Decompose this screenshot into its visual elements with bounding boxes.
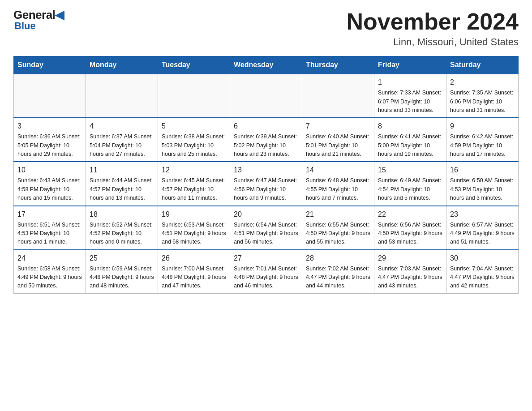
day-number: 29 [378,253,442,264]
week-row: 1Sunrise: 7:33 AM Sunset: 6:07 PM Daylig… [14,74,519,118]
day-number: 6 [234,121,298,132]
day-number: 8 [378,121,442,132]
day-info: Sunrise: 6:39 AM Sunset: 5:02 PM Dayligh… [234,133,298,158]
day-number: 22 [378,209,442,220]
day-info: Sunrise: 7:02 AM Sunset: 4:47 PM Dayligh… [306,265,370,291]
calendar-cell: 24Sunrise: 6:58 AM Sunset: 4:49 PM Dayli… [14,250,86,294]
calendar-cell: 15Sunrise: 6:49 AM Sunset: 4:54 PM Dayli… [374,162,446,206]
calendar-cell [14,74,86,118]
day-number: 27 [234,253,298,264]
calendar-cell: 22Sunrise: 6:56 AM Sunset: 4:50 PM Dayli… [374,206,446,250]
calendar-cell [86,74,158,118]
calendar-cell: 8Sunrise: 6:41 AM Sunset: 5:00 PM Daylig… [374,118,446,162]
day-number: 26 [162,253,226,264]
day-number: 3 [17,121,82,132]
day-number: 25 [90,253,154,264]
day-info: Sunrise: 6:50 AM Sunset: 4:53 PM Dayligh… [450,176,515,202]
calendar-cell: 20Sunrise: 6:54 AM Sunset: 4:51 PM Dayli… [230,206,302,250]
calendar-cell [302,74,374,118]
day-number: 9 [450,121,515,132]
day-info: Sunrise: 6:42 AM Sunset: 4:59 PM Dayligh… [450,133,515,158]
header-row: SundayMondayTuesdayWednesdayThursdayFrid… [14,56,519,74]
week-row: 10Sunrise: 6:43 AM Sunset: 4:58 PM Dayli… [14,162,519,206]
day-number: 13 [234,165,298,176]
day-info: Sunrise: 6:53 AM Sunset: 4:51 PM Dayligh… [162,221,226,247]
day-info: Sunrise: 6:41 AM Sunset: 5:00 PM Dayligh… [378,133,442,158]
week-row: 24Sunrise: 6:58 AM Sunset: 4:49 PM Dayli… [14,250,519,294]
day-info: Sunrise: 6:44 AM Sunset: 4:57 PM Dayligh… [90,176,154,202]
day-number: 15 [378,165,442,176]
day-info: Sunrise: 6:37 AM Sunset: 5:04 PM Dayligh… [90,133,154,158]
week-row: 17Sunrise: 6:51 AM Sunset: 4:53 PM Dayli… [14,206,519,250]
day-of-week-header: Wednesday [230,56,302,74]
day-number: 11 [90,165,154,176]
day-number: 1 [378,77,442,88]
page-header: General◀ Blue November 2024 Linn, Missou… [13,9,519,48]
day-info: Sunrise: 6:38 AM Sunset: 5:03 PM Dayligh… [162,133,226,158]
day-number: 14 [306,165,370,176]
day-number: 4 [90,121,154,132]
day-number: 5 [162,121,226,132]
calendar-cell: 25Sunrise: 6:59 AM Sunset: 4:48 PM Dayli… [86,250,158,294]
calendar-cell: 1Sunrise: 7:33 AM Sunset: 6:07 PM Daylig… [374,74,446,118]
calendar-table: SundayMondayTuesdayWednesdayThursdayFrid… [13,56,519,294]
calendar-cell: 6Sunrise: 6:39 AM Sunset: 5:02 PM Daylig… [230,118,302,162]
day-info: Sunrise: 6:49 AM Sunset: 4:54 PM Dayligh… [378,176,442,202]
day-number: 21 [306,209,370,220]
day-number: 12 [162,165,226,176]
day-info: Sunrise: 6:56 AM Sunset: 4:50 PM Dayligh… [378,221,442,247]
day-of-week-header: Saturday [446,56,519,74]
day-of-week-header: Sunday [14,56,86,74]
calendar-cell: 23Sunrise: 6:57 AM Sunset: 4:49 PM Dayli… [446,206,519,250]
logo-triangle-icon: ◀ [55,8,64,21]
day-number: 17 [17,209,82,220]
calendar-cell: 30Sunrise: 7:04 AM Sunset: 4:47 PM Dayli… [446,250,519,294]
calendar-cell: 5Sunrise: 6:38 AM Sunset: 5:03 PM Daylig… [158,118,230,162]
day-info: Sunrise: 6:52 AM Sunset: 4:52 PM Dayligh… [90,221,154,247]
calendar-cell: 17Sunrise: 6:51 AM Sunset: 4:53 PM Dayli… [14,206,86,250]
day-info: Sunrise: 6:40 AM Sunset: 5:01 PM Dayligh… [306,133,370,158]
day-number: 2 [450,77,515,88]
calendar-cell: 19Sunrise: 6:53 AM Sunset: 4:51 PM Dayli… [158,206,230,250]
calendar-cell: 16Sunrise: 6:50 AM Sunset: 4:53 PM Dayli… [446,162,519,206]
calendar-cell: 14Sunrise: 6:48 AM Sunset: 4:55 PM Dayli… [302,162,374,206]
day-of-week-header: Friday [374,56,446,74]
day-number: 30 [450,253,515,264]
calendar-cell [158,74,230,118]
month-year-title: November 2024 [347,9,519,34]
calendar-cell: 9Sunrise: 6:42 AM Sunset: 4:59 PM Daylig… [446,118,519,162]
calendar-cell: 21Sunrise: 6:55 AM Sunset: 4:50 PM Dayli… [302,206,374,250]
day-number: 18 [90,209,154,220]
calendar-cell: 13Sunrise: 6:47 AM Sunset: 4:56 PM Dayli… [230,162,302,206]
day-info: Sunrise: 7:33 AM Sunset: 6:07 PM Dayligh… [378,89,442,115]
logo-top: General◀ [13,9,64,21]
logo-bottom: Blue [14,21,36,31]
day-info: Sunrise: 6:36 AM Sunset: 5:05 PM Dayligh… [17,133,82,158]
day-number: 23 [450,209,515,220]
day-of-week-header: Tuesday [158,56,230,74]
calendar-cell: 18Sunrise: 6:52 AM Sunset: 4:52 PM Dayli… [86,206,158,250]
logo: General◀ Blue [13,9,64,31]
day-number: 16 [450,165,515,176]
day-info: Sunrise: 6:48 AM Sunset: 4:55 PM Dayligh… [306,176,370,202]
calendar-cell: 3Sunrise: 6:36 AM Sunset: 5:05 PM Daylig… [14,118,86,162]
calendar-cell: 10Sunrise: 6:43 AM Sunset: 4:58 PM Dayli… [14,162,86,206]
location-title: Linn, Missouri, United States [347,36,519,48]
calendar-cell: 26Sunrise: 7:00 AM Sunset: 4:48 PM Dayli… [158,250,230,294]
day-info: Sunrise: 7:01 AM Sunset: 4:48 PM Dayligh… [234,265,298,291]
day-number: 19 [162,209,226,220]
calendar-cell: 2Sunrise: 7:35 AM Sunset: 6:06 PM Daylig… [446,74,519,118]
calendar-cell [230,74,302,118]
calendar-cell: 29Sunrise: 7:03 AM Sunset: 4:47 PM Dayli… [374,250,446,294]
title-block: November 2024 Linn, Missouri, United Sta… [347,9,519,48]
day-number: 24 [17,253,82,264]
day-of-week-header: Monday [86,56,158,74]
calendar-cell: 28Sunrise: 7:02 AM Sunset: 4:47 PM Dayli… [302,250,374,294]
day-info: Sunrise: 7:00 AM Sunset: 4:48 PM Dayligh… [162,265,226,291]
day-info: Sunrise: 7:04 AM Sunset: 4:47 PM Dayligh… [450,265,515,291]
day-info: Sunrise: 7:03 AM Sunset: 4:47 PM Dayligh… [378,265,442,291]
day-info: Sunrise: 6:57 AM Sunset: 4:49 PM Dayligh… [450,221,515,247]
day-info: Sunrise: 6:47 AM Sunset: 4:56 PM Dayligh… [234,176,298,202]
day-info: Sunrise: 6:54 AM Sunset: 4:51 PM Dayligh… [234,221,298,247]
calendar-cell: 12Sunrise: 6:45 AM Sunset: 4:57 PM Dayli… [158,162,230,206]
